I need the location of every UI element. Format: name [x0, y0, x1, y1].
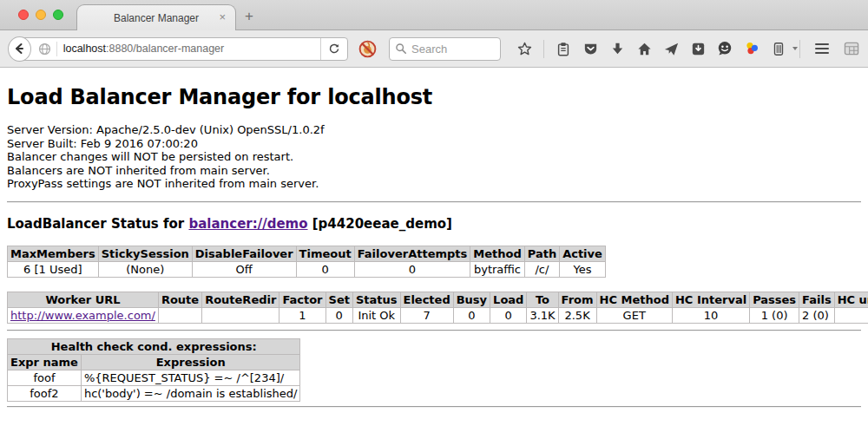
- tab-strip: Balancer Manager × +: [0, 0, 868, 30]
- square-download-icon: [690, 41, 707, 57]
- column-header: Set: [326, 292, 352, 307]
- bookmark-star-button[interactable]: [515, 39, 534, 58]
- table-cell: 0: [490, 307, 527, 323]
- downloads-button[interactable]: [608, 39, 627, 58]
- url-path: :8880/balancer-manager: [106, 43, 224, 55]
- table-cell: [158, 307, 201, 323]
- new-tab-button[interactable]: +: [245, 8, 253, 25]
- window-controls: [18, 10, 63, 20]
- page-title: Load Balancer Manager for localhost: [7, 85, 861, 109]
- table-cell: hc('body') =~ /domain is established/: [81, 385, 300, 401]
- proxypass-notice-line: ProxyPass settings are NOT inherited fro…: [7, 177, 861, 191]
- status-heading: LoadBalancer Status for balancer://demo …: [7, 216, 861, 232]
- send-button[interactable]: [661, 39, 681, 58]
- column-header: From: [558, 292, 596, 307]
- table-cell: Yes: [560, 261, 606, 277]
- color-dots-icon: [743, 40, 760, 57]
- table-cell: 0: [453, 307, 490, 323]
- column-header: Timeout: [296, 246, 354, 261]
- firebug-disabled-icon[interactable]: [358, 39, 377, 58]
- status-heading-prefix: LoadBalancer Status for: [7, 216, 188, 232]
- url-text: localhost:8880/balancer-manager: [63, 43, 320, 55]
- tab-close-icon[interactable]: ×: [219, 11, 226, 23]
- window-minimize-button[interactable]: [36, 10, 46, 20]
- table-cell: foof: [8, 370, 82, 385]
- reload-icon: [328, 43, 340, 55]
- window-close-button[interactable]: [18, 10, 29, 20]
- column-header: Path: [524, 246, 559, 261]
- worker-status-table: Worker URLRouteRouteRedirFactorSetStatus…: [7, 292, 868, 324]
- window-zoom-button[interactable]: [53, 10, 63, 20]
- grid-icon: [844, 42, 860, 56]
- table-cell: 3.1K: [527, 307, 558, 323]
- feedback-smiley-button[interactable]: [715, 39, 734, 58]
- column-header: RouteRedir: [202, 292, 279, 307]
- browser-chrome: Balancer Manager × + localhost:8880/bala…: [0, 0, 868, 68]
- worker-url-link[interactable]: http://www.example.com/: [10, 309, 155, 322]
- table-row: http://www.example.com/10Init Ok7003.1K2…: [8, 307, 868, 323]
- table-row: foof2hc('body') =~ /domain is establishe…: [8, 385, 300, 401]
- reload-button[interactable]: [320, 38, 347, 60]
- column-header: MaxMembers: [8, 246, 99, 261]
- firebug-glyph: [358, 40, 377, 58]
- column-header: Factor: [279, 292, 326, 307]
- browser-tab[interactable]: Balancer Manager ×: [76, 4, 236, 30]
- table-cell: 1 (0): [750, 307, 799, 323]
- status-heading-suffix: [p4420eeae_demo]: [308, 216, 452, 232]
- column-header: Expr name: [8, 354, 82, 370]
- server-info: Server Version: Apache/2.5.0-dev (Unix) …: [7, 123, 861, 191]
- search-input[interactable]: [411, 43, 495, 56]
- column-header: Expression: [81, 354, 300, 370]
- column-header: HC uri: [834, 292, 868, 307]
- url-bar[interactable]: localhost:8880/balancer-manager: [18, 37, 348, 61]
- balancer-demo-link[interactable]: balancer://demo: [188, 216, 307, 232]
- download-arrow-icon: [609, 41, 626, 57]
- reading-list-button[interactable]: [554, 39, 573, 58]
- paper-plane-icon: [663, 41, 680, 57]
- health-check-table: Health check cond. expressions:Expr name…: [7, 338, 300, 402]
- table-cell: GET: [596, 307, 672, 323]
- striped-box-icon: [771, 41, 786, 57]
- column-header: Elected: [400, 292, 453, 307]
- back-button[interactable]: [8, 36, 31, 62]
- tab-groups-button[interactable]: [842, 39, 861, 58]
- extension-panel-button[interactable]: [769, 39, 788, 58]
- table-cell: (None): [98, 261, 192, 277]
- table-cell: [202, 307, 279, 323]
- pocket-icon: [582, 41, 599, 57]
- table-cell: 0: [326, 307, 352, 323]
- table-title: Health check cond. expressions:: [8, 338, 300, 354]
- table-cell: 7: [400, 307, 453, 323]
- colorful-addon-button[interactable]: [742, 39, 761, 58]
- table-cell: 10: [672, 307, 749, 323]
- table-cell: bytraffic: [470, 261, 524, 277]
- table-cell: Init Ok: [352, 307, 400, 323]
- navigation-toolbar: localhost:8880/balancer-manager: [0, 30, 868, 68]
- back-arrow-icon: [12, 42, 26, 56]
- divider: [7, 406, 861, 408]
- menu-button[interactable]: [812, 39, 832, 58]
- table-cell: 0: [296, 261, 354, 277]
- search-icon: [395, 43, 407, 55]
- search-bar[interactable]: [389, 37, 501, 61]
- column-header: Status: [352, 292, 400, 307]
- column-header: HC Interval: [672, 292, 749, 307]
- table-cell: http://www.example.com/: [8, 307, 159, 323]
- home-button[interactable]: [635, 39, 654, 58]
- column-header: DisableFailover: [192, 246, 296, 261]
- star-icon: [516, 41, 533, 57]
- page-content: Load Balancer Manager for localhost Serv…: [0, 85, 868, 408]
- pocket-button[interactable]: [581, 39, 600, 58]
- table-cell: 2.5K: [558, 307, 596, 323]
- table-row: 6 [1 Used](None)Off00bytraffic/c/Yes: [8, 261, 606, 277]
- table-row: foof%{REQUEST_STATUS} =~ /^[234]/: [8, 370, 300, 385]
- addon-download-button[interactable]: [688, 39, 707, 58]
- url-host: localhost: [63, 43, 106, 55]
- column-header: StickySession: [98, 246, 192, 261]
- balancer-status-table: MaxMembersStickySessionDisableFailoverTi…: [7, 246, 606, 278]
- column-header: Worker URL: [8, 292, 159, 307]
- table-cell: /c/: [524, 261, 559, 277]
- table-cell: 0: [354, 261, 470, 277]
- server-built-line: Server Built: Feb 9 2016 07:00:20: [7, 137, 861, 151]
- server-version-line: Server Version: Apache/2.5.0-dev (Unix) …: [7, 123, 861, 137]
